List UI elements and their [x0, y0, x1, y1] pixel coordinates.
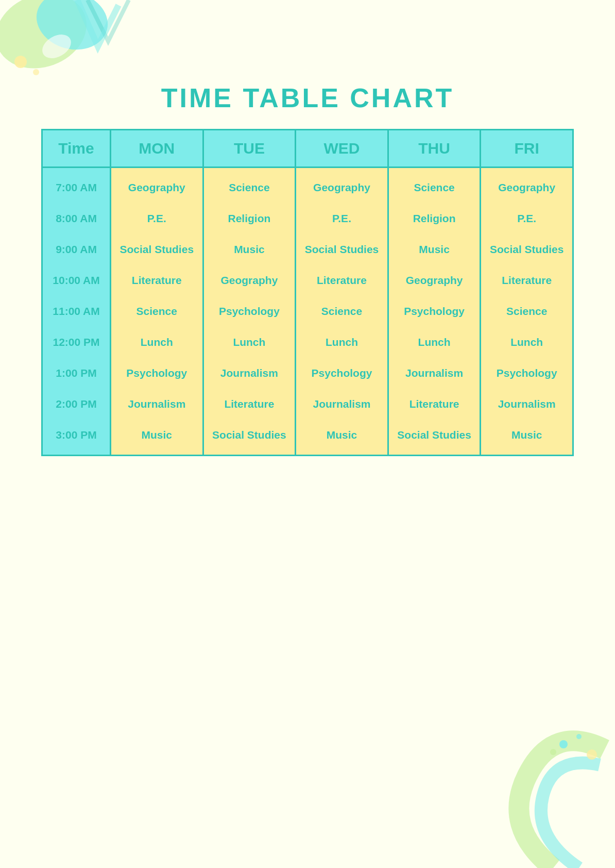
subject-item: Geography [484, 172, 570, 203]
tue-column: ScienceReligionMusicGeographyPsychologyL… [203, 168, 296, 456]
subject-item: Literature [114, 265, 200, 296]
svg-point-6 [576, 734, 582, 739]
subject-item: Science [484, 296, 570, 327]
subject-item: Literature [207, 389, 293, 420]
subject-item: Lunch [391, 327, 477, 358]
subject-item: P.E. [299, 203, 385, 234]
subject-item: Psychology [484, 358, 570, 389]
subject-item: Journalism [484, 389, 570, 420]
subject-item: Music [484, 420, 570, 450]
subject-item: Journalism [299, 389, 385, 420]
subject-item: Journalism [207, 358, 293, 389]
subject-item: Geography [114, 172, 200, 203]
fri-column: GeographyP.E.Social StudiesLiteratureSci… [481, 168, 573, 456]
svg-point-5 [559, 740, 568, 748]
time-item: 2:00 PM [45, 389, 107, 420]
subject-item: Psychology [391, 296, 477, 327]
subject-item: Lunch [299, 327, 385, 358]
subject-item: Lunch [207, 327, 293, 358]
page-title: TIME TABLE CHART [41, 82, 574, 113]
subject-item: Religion [207, 203, 293, 234]
subject-item: Literature [391, 389, 477, 420]
subject-item: Music [114, 420, 200, 450]
subject-item: Music [207, 234, 293, 265]
header-fri: FRI [481, 130, 573, 168]
subject-item: Journalism [114, 389, 200, 420]
schedule-row: 7:00 AM8:00 AM9:00 AM10:00 AM11:00 AM12:… [42, 168, 573, 456]
subject-item: Religion [391, 203, 477, 234]
subject-item: Science [299, 296, 385, 327]
time-item: 12:00 PM [45, 327, 107, 358]
header-thu: THU [388, 130, 481, 168]
subject-item: Psychology [207, 296, 293, 327]
subject-item: Geography [207, 265, 293, 296]
subject-item: Social Studies [484, 234, 570, 265]
time-item: 1:00 PM [45, 358, 107, 389]
header-tue: TUE [203, 130, 296, 168]
subject-item: Music [299, 420, 385, 450]
subject-item: P.E. [484, 203, 570, 234]
subject-item: Social Studies [299, 234, 385, 265]
header-row: Time MON TUE WED THU FRI [42, 130, 573, 168]
subject-item: Geography [391, 265, 477, 296]
subject-item: Social Studies [207, 420, 293, 450]
subject-item: Music [391, 234, 477, 265]
time-item: 9:00 AM [45, 234, 107, 265]
thu-column: ScienceReligionMusicGeographyPsychologyL… [388, 168, 481, 456]
time-item: 3:00 PM [45, 420, 107, 450]
subject-item: P.E. [114, 203, 200, 234]
subject-item: Psychology [114, 358, 200, 389]
subject-item: Science [391, 172, 477, 203]
svg-point-8 [587, 749, 597, 760]
subject-item: Psychology [299, 358, 385, 389]
header-mon: MON [111, 130, 203, 168]
svg-point-7 [550, 749, 556, 755]
subject-item: Geography [299, 172, 385, 203]
header-wed: WED [296, 130, 388, 168]
subject-item: Science [207, 172, 293, 203]
timetable: Time MON TUE WED THU FRI 7:00 AM8:00 AM9… [41, 129, 574, 456]
time-item: 8:00 AM [45, 203, 107, 234]
subject-item: Journalism [391, 358, 477, 389]
subject-item: Social Studies [114, 234, 200, 265]
subject-item: Literature [299, 265, 385, 296]
mon-column: GeographyP.E.Social StudiesLiteratureSci… [111, 168, 203, 456]
subject-item: Social Studies [391, 420, 477, 450]
time-item: 10:00 AM [45, 265, 107, 296]
subject-item: Lunch [114, 327, 200, 358]
bottom-right-decoration [450, 724, 615, 868]
time-item: 7:00 AM [45, 172, 107, 203]
subject-item: Science [114, 296, 200, 327]
time-item: 11:00 AM [45, 296, 107, 327]
wed-column: GeographyP.E.Social StudiesLiteratureSci… [296, 168, 388, 456]
header-time: Time [42, 130, 111, 168]
subject-item: Lunch [484, 327, 570, 358]
time-column: 7:00 AM8:00 AM9:00 AM10:00 AM11:00 AM12:… [42, 168, 111, 456]
subject-item: Literature [484, 265, 570, 296]
